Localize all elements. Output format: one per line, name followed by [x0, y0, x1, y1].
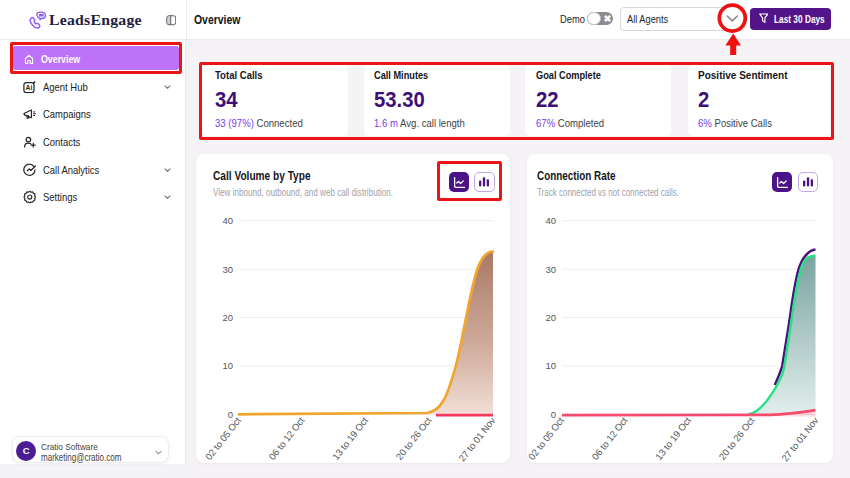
svg-text:20 to 26 Oct: 20 to 26 Oct	[394, 415, 434, 462]
svg-text:Ai: Ai	[26, 84, 33, 91]
svg-text:27 to 01 Nov: 27 to 01 Nov	[456, 415, 497, 462]
svg-text:20: 20	[545, 312, 556, 323]
svg-text:13 to 19 Oct: 13 to 19 Oct	[330, 415, 370, 462]
svg-text:02 to 05 Oct: 02 to 05 Oct	[527, 415, 566, 462]
svg-text:10: 10	[222, 360, 233, 371]
svg-text:10: 10	[545, 360, 556, 371]
svg-text:27 to 01 Nov: 27 to 01 Nov	[779, 415, 820, 462]
svg-text:02 to 05 Oct: 02 to 05 Oct	[203, 415, 243, 462]
svg-text:06 to 12 Oct: 06 to 12 Oct	[590, 415, 630, 462]
svg-text:40: 40	[545, 215, 556, 226]
svg-text:40: 40	[222, 215, 233, 226]
svg-text:06 to 12 Oct: 06 to 12 Oct	[267, 415, 307, 462]
svg-text:30: 30	[222, 264, 233, 275]
svg-text:30: 30	[545, 264, 556, 275]
svg-text:20 to 26 Oct: 20 to 26 Oct	[717, 415, 757, 462]
svg-text:13 to 19 Oct: 13 to 19 Oct	[653, 415, 693, 462]
svg-text:20: 20	[222, 312, 233, 323]
